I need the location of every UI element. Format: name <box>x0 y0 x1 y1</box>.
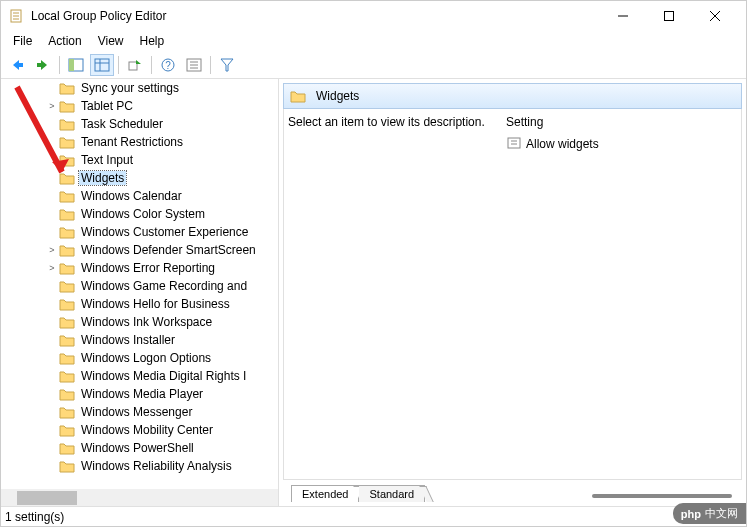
filter-button[interactable] <box>215 54 239 76</box>
svg-rect-13 <box>69 59 74 71</box>
tree-item-label: Tenant Restrictions <box>79 135 185 149</box>
tree-item[interactable]: Windows Game Recording and <box>3 277 278 295</box>
tab-extended[interactable]: Extended <box>291 485 359 502</box>
folder-icon <box>59 315 75 329</box>
folder-icon <box>59 369 75 383</box>
folder-icon <box>59 153 75 167</box>
forward-button[interactable] <box>31 54 55 76</box>
details-button[interactable] <box>90 54 114 76</box>
folder-icon <box>59 225 75 239</box>
expand-icon[interactable]: > <box>45 263 59 273</box>
tree-item[interactable]: >Windows Defender SmartScreen <box>3 241 278 259</box>
folder-icon <box>59 387 75 401</box>
tree-item[interactable]: Windows Installer <box>3 331 278 349</box>
tree-item[interactable]: Sync your settings <box>3 79 278 97</box>
watermark: php 中文网 <box>673 503 746 524</box>
folder-icon <box>59 279 75 293</box>
tree-item-label: Task Scheduler <box>79 117 165 131</box>
folder-icon <box>59 423 75 437</box>
tree-item-label: Windows Hello for Business <box>79 297 232 311</box>
svg-rect-11 <box>37 63 43 67</box>
tree-item-label: Windows Installer <box>79 333 177 347</box>
details-description: Select an item to view its description. <box>288 115 488 475</box>
details-pane: Widgets Select an item to view its descr… <box>279 79 746 506</box>
folder-icon <box>59 189 75 203</box>
tree-item[interactable]: Windows Media Digital Rights I <box>3 367 278 385</box>
status-bar: 1 setting(s) <box>1 506 746 526</box>
back-button[interactable] <box>5 54 29 76</box>
show-hide-tree-button[interactable] <box>64 54 88 76</box>
column-header-setting[interactable]: Setting <box>506 115 737 129</box>
tree-item[interactable]: >Tablet PC <box>3 97 278 115</box>
tree-item[interactable]: >Windows Error Reporting <box>3 259 278 277</box>
folder-icon <box>59 441 75 455</box>
tree-view[interactable]: Sync your settings>Tablet PCTask Schedul… <box>1 79 278 489</box>
folder-icon <box>59 351 75 365</box>
help-button[interactable]: ? <box>156 54 180 76</box>
tree-item-label: Windows Defender SmartScreen <box>79 243 258 257</box>
folder-icon <box>59 459 75 473</box>
tree-item-label: Windows Mobility Center <box>79 423 215 437</box>
menu-action[interactable]: Action <box>40 34 89 48</box>
expand-icon[interactable]: > <box>45 101 59 111</box>
tree-item-label: Windows Reliability Analysis <box>79 459 234 473</box>
resize-slider[interactable] <box>592 494 732 498</box>
setting-row[interactable]: Allow widgets <box>506 135 737 153</box>
tree-item[interactable]: Windows Hello for Business <box>3 295 278 313</box>
tree-item[interactable]: Windows PowerShell <box>3 439 278 457</box>
close-button[interactable] <box>692 1 738 31</box>
folder-icon <box>59 333 75 347</box>
tree-item[interactable]: Windows Calendar <box>3 187 278 205</box>
tree-item-label: Windows Color System <box>79 207 207 221</box>
menu-view[interactable]: View <box>90 34 132 48</box>
settings-list: Setting Allow widgets <box>506 115 737 475</box>
tree-item[interactable]: Text Input <box>3 151 278 169</box>
tree-pane: Sync your settings>Tablet PCTask Schedul… <box>1 79 279 506</box>
svg-rect-9 <box>17 63 23 67</box>
details-body: Select an item to view its description. … <box>283 109 742 480</box>
tree-item-label: Windows Media Player <box>79 387 205 401</box>
tree-item-label: Windows Ink Workspace <box>79 315 214 329</box>
tree-item[interactable]: Windows Ink Workspace <box>3 313 278 331</box>
content-area: Sync your settings>Tablet PCTask Schedul… <box>1 79 746 506</box>
svg-rect-14 <box>95 59 109 71</box>
svg-rect-26 <box>508 138 520 148</box>
tree-item[interactable]: Task Scheduler <box>3 115 278 133</box>
tree-item-label: Windows Logon Options <box>79 351 213 365</box>
details-header: Widgets <box>283 83 742 109</box>
app-icon <box>9 8 25 24</box>
tree-item[interactable]: Windows Media Player <box>3 385 278 403</box>
tree-item[interactable]: Windows Logon Options <box>3 349 278 367</box>
horizontal-scrollbar[interactable] <box>1 489 278 506</box>
svg-text:?: ? <box>165 60 171 71</box>
tree-item-label: Windows Error Reporting <box>79 261 217 275</box>
tree-item-label: Windows PowerShell <box>79 441 196 455</box>
folder-icon <box>59 243 75 257</box>
svg-rect-5 <box>665 12 674 21</box>
tree-item[interactable]: Windows Customer Experience <box>3 223 278 241</box>
tree-item-label: Windows Customer Experience <box>79 225 250 239</box>
menu-help[interactable]: Help <box>132 34 173 48</box>
tree-item[interactable]: Windows Reliability Analysis <box>3 457 278 475</box>
minimize-button[interactable] <box>600 1 646 31</box>
folder-icon <box>59 261 75 275</box>
maximize-button[interactable] <box>646 1 692 31</box>
export-button[interactable] <box>123 54 147 76</box>
tree-item[interactable]: Windows Mobility Center <box>3 421 278 439</box>
menu-file[interactable]: File <box>5 34 40 48</box>
folder-icon <box>59 207 75 221</box>
toolbar-divider <box>118 56 119 74</box>
tree-item[interactable]: Windows Messenger <box>3 403 278 421</box>
tree-item[interactable]: Windows Color System <box>3 205 278 223</box>
expand-icon[interactable]: > <box>45 245 59 255</box>
tree-item-label: Windows Media Digital Rights I <box>79 369 248 383</box>
tree-item-label: Windows Calendar <box>79 189 184 203</box>
folder-icon <box>59 405 75 419</box>
folder-icon <box>59 297 75 311</box>
tab-standard[interactable]: Standard <box>359 485 425 502</box>
toolbar-divider <box>151 56 152 74</box>
properties-button[interactable] <box>182 54 206 76</box>
tree-item-label: Windows Game Recording and <box>79 279 249 293</box>
tree-item[interactable]: Widgets <box>3 169 278 187</box>
tree-item[interactable]: Tenant Restrictions <box>3 133 278 151</box>
